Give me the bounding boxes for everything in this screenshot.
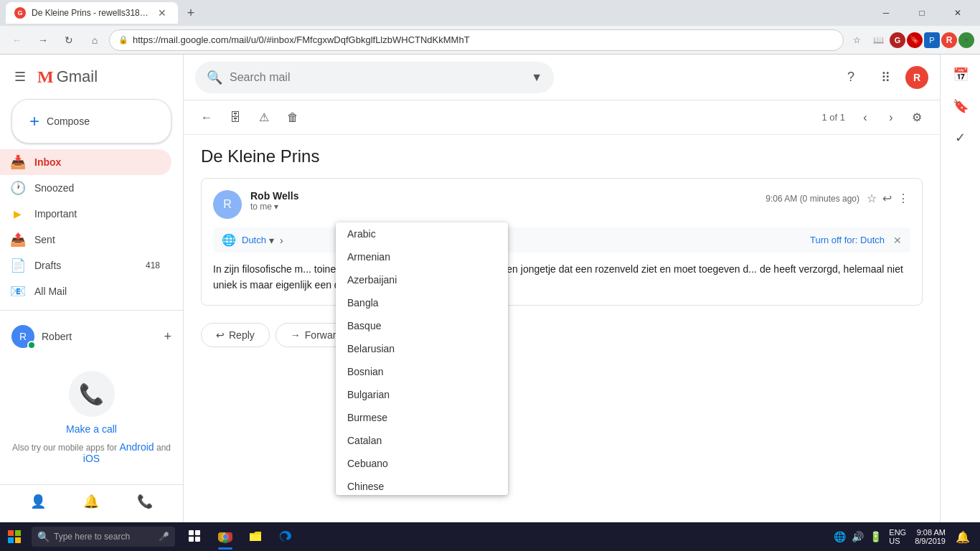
maximize-button[interactable]: □ (905, 0, 938, 26)
start-button[interactable] (0, 522, 29, 551)
sidebar-item-important[interactable]: ▶ Important (0, 201, 171, 227)
search-box: 🔍 ▼ (195, 62, 554, 93)
settings-button[interactable]: ⚙ (905, 106, 928, 129)
taskbar-language[interactable]: ENGUS (886, 528, 909, 545)
dropdown-item-cebuano[interactable]: Cebuano (336, 452, 508, 475)
next-email-button[interactable]: › (880, 106, 903, 129)
sidebar-item-drafts[interactable]: 📄 Drafts 418 (0, 253, 171, 278)
window-controls: ─ □ ✕ (870, 0, 974, 26)
sidebar-item-allmail[interactable]: 📧 All Mail (0, 278, 171, 304)
browser-addressbar: ← → ↻ ⌂ 🔒 https://mail.google.com/mail/u… (0, 26, 980, 55)
taskbar-task-view[interactable] (181, 522, 209, 551)
sidebar-item-inbox[interactable]: 📥 Inbox (0, 149, 171, 175)
ext3-icon[interactable]: P (924, 32, 940, 48)
to-label: to me (250, 202, 272, 212)
ios-link[interactable]: iOS (83, 453, 100, 464)
android-link[interactable]: Android (119, 441, 154, 453)
sidebar-item-snoozed[interactable]: 🕐 Snoozed (0, 175, 171, 201)
email-body-text: In zijn filosofische m... toine de Saint… (213, 261, 910, 293)
taskbar-search[interactable]: 🔍 Type here to search 🎤 (32, 527, 175, 547)
browser-extensions: ☆ 📖 G 🔖 P R + (847, 30, 974, 50)
new-tab-button[interactable]: + (181, 3, 201, 23)
taskbar-chrome[interactable] (211, 522, 240, 551)
reply-button[interactable]: ↩ Reply (201, 323, 270, 347)
phone-bottom-icon[interactable]: 📞 (134, 491, 156, 512)
ext2-icon[interactable]: 🔖 (907, 32, 923, 48)
dropdown-item-bangla[interactable]: Bangla (336, 291, 508, 314)
dropdown-item-chinese[interactable]: Chinese (336, 475, 508, 495)
dropdown-arrow[interactable]: ▾ (274, 202, 278, 212)
star-email-button[interactable]: ☆ (865, 190, 878, 207)
dropdown-item-basque[interactable]: Basque (336, 314, 508, 337)
delete-button[interactable]: 🗑 (281, 106, 304, 129)
keep-button[interactable]: 🔖 (946, 92, 975, 121)
more-actions-button[interactable]: ⋮ (896, 190, 910, 207)
hamburger-menu-button[interactable]: ☰ (11, 66, 29, 88)
ext5-icon[interactable]: + (958, 32, 974, 48)
dropdown-item-bosnian[interactable]: Bosnian (336, 360, 508, 383)
add-person-button[interactable]: + (164, 329, 171, 344)
sidebar-item-sent[interactable]: 📤 Sent (0, 227, 171, 253)
apps-button[interactable]: ⠿ (871, 63, 900, 92)
forward-nav-button[interactable]: → (32, 29, 55, 52)
notification-center-button[interactable]: 🔔 (951, 525, 974, 548)
compose-button[interactable]: + Compose (11, 99, 171, 143)
bookmark-icon[interactable]: 📖 (868, 30, 888, 50)
search-input[interactable] (230, 71, 524, 84)
email-message: R Rob Wells to me ▾ 9:06 AM (0 minutes a… (201, 178, 923, 306)
star-icon[interactable]: ☆ (847, 30, 867, 50)
battery-icon[interactable]: 🔋 (868, 531, 883, 542)
dropdown-item-arabic[interactable]: Arabic (336, 222, 508, 245)
make-call-link[interactable]: Make a call (66, 423, 117, 435)
svg-rect-4 (189, 530, 194, 535)
prev-email-button[interactable]: ‹ (854, 106, 877, 129)
search-settings-icon[interactable]: ▼ (531, 71, 542, 84)
user-avatar[interactable]: R (905, 66, 928, 89)
email-view: De Kleine Prins R Rob Wells to me ▾ 9: (184, 135, 940, 551)
dropdown-item-azerbaijani[interactable]: Azerbaijani (336, 268, 508, 291)
tab-title: De Kleine Prins - rewells318@gm... (32, 8, 149, 18)
home-button[interactable]: ⌂ (83, 29, 106, 52)
spam-button[interactable]: ⚠ (253, 106, 275, 129)
tasks-button[interactable]: ✓ (946, 123, 975, 152)
language-selector[interactable]: Dutch ▾ (242, 235, 274, 246)
translation-lang: Dutch (242, 235, 266, 245)
svg-rect-1 (15, 530, 21, 536)
taskbar-voice-icon: 🎤 (159, 532, 169, 542)
turn-off-link[interactable]: Turn off for: Dutch (810, 235, 885, 245)
translation-bar: 🌐 Dutch ▾ › Turn off for: Dutch ✕ (213, 227, 910, 253)
taskbar-edge[interactable] (271, 522, 300, 551)
dropdown-item-bulgarian[interactable]: Bulgarian (336, 383, 508, 406)
tab-close-button[interactable]: ✕ (155, 6, 169, 20)
close-button[interactable]: ✕ (941, 0, 974, 26)
reply-quick-button[interactable]: ↩ (881, 190, 893, 207)
sidebar-header: ☰ M Gmail (0, 60, 183, 99)
notifications-icon[interactable]: 🔔 (80, 491, 102, 512)
archive-button[interactable]: 🗄 (224, 106, 247, 129)
sent-icon: 📤 (10, 232, 24, 248)
dropdown-item-belarusian[interactable]: Belarusian (336, 337, 508, 360)
minimize-button[interactable]: ─ (870, 0, 903, 26)
help-button[interactable]: ? (837, 63, 865, 92)
back-nav-button[interactable]: ← (6, 29, 29, 52)
network-icon[interactable]: 🌐 (832, 531, 847, 542)
lang-dropdown-arrow[interactable]: ▾ (269, 235, 274, 246)
taskbar-explorer[interactable] (241, 522, 270, 551)
translation-close-button[interactable]: ✕ (893, 235, 902, 246)
refresh-button[interactable]: ↻ (57, 29, 80, 52)
browser-tab[interactable]: G De Kleine Prins - rewells318@gm... ✕ (6, 2, 178, 24)
dropdown-item-burmese[interactable]: Burmese (336, 406, 508, 429)
back-button[interactable]: ← (195, 106, 218, 129)
dropdown-item-armenian[interactable]: Armenian (336, 245, 508, 268)
contacts-icon[interactable]: 👤 (27, 491, 49, 512)
address-bar[interactable]: 🔒 https://mail.google.com/mail/u/0/#inbo… (109, 29, 844, 51)
dropdown-item-catalan[interactable]: Catalan (336, 429, 508, 452)
user-profile-icon[interactable]: R (941, 32, 957, 48)
volume-icon[interactable]: 🔊 (850, 531, 865, 542)
taskbar-clock[interactable]: 9:08 AM 8/9/2019 (912, 528, 948, 545)
sender-info: Rob Wells to me ▾ (250, 190, 765, 212)
ext1-icon[interactable]: G (890, 32, 905, 48)
calendar-button[interactable]: 📅 (946, 60, 975, 89)
sender-to: to me ▾ (250, 202, 765, 212)
sidebar-divider (0, 310, 183, 311)
